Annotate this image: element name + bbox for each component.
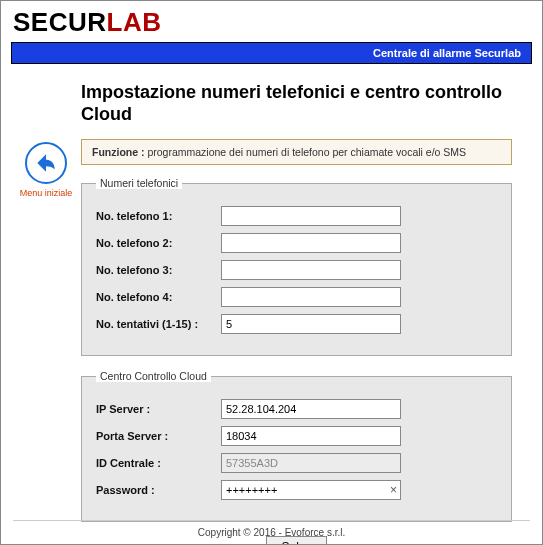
logo-part2: LAB <box>107 7 162 37</box>
back-button[interactable] <box>25 142 67 184</box>
attempts-label: No. tentativi (1-15) : <box>96 318 221 330</box>
tel1-label: No. telefono 1: <box>96 210 221 222</box>
clear-icon[interactable]: × <box>390 482 397 498</box>
cloud-fieldset: Centro Controllo Cloud IP Server : Porta… <box>81 370 512 522</box>
id-label: ID Centrale : <box>96 457 221 469</box>
logo: SECURLAB <box>13 7 530 38</box>
ip-input[interactable] <box>221 399 401 419</box>
password-input[interactable] <box>221 480 401 500</box>
function-text: programmazione dei numeri di telefono pe… <box>145 146 467 158</box>
tel2-label: No. telefono 2: <box>96 237 221 249</box>
phones-legend: Numeri telefonici <box>96 177 182 189</box>
tel4-label: No. telefono 4: <box>96 291 221 303</box>
back-arrow-icon <box>33 150 59 176</box>
back-label: Menu iniziale <box>11 188 81 198</box>
password-label: Password : <box>96 484 221 496</box>
footer-copyright: Copyright © 2016 - Evoforce s.r.l. <box>13 520 530 538</box>
header-subtitle: Centrale di allarme Securlab <box>11 42 532 64</box>
logo-part1: SECUR <box>13 7 107 37</box>
tel3-label: No. telefono 3: <box>96 264 221 276</box>
tel3-input[interactable] <box>221 260 401 280</box>
id-input <box>221 453 401 473</box>
function-label: Funzione : <box>92 146 145 158</box>
cloud-legend: Centro Controllo Cloud <box>96 370 211 382</box>
function-description: Funzione : programmazione dei numeri di … <box>81 139 512 165</box>
page-title: Impostazione numeri telefonici e centro … <box>81 82 512 125</box>
ip-label: IP Server : <box>96 403 221 415</box>
tel2-input[interactable] <box>221 233 401 253</box>
tel4-input[interactable] <box>221 287 401 307</box>
port-input[interactable] <box>221 426 401 446</box>
phones-fieldset: Numeri telefonici No. telefono 1: No. te… <box>81 177 512 356</box>
port-label: Porta Server : <box>96 430 221 442</box>
attempts-input[interactable] <box>221 314 401 334</box>
tel1-input[interactable] <box>221 206 401 226</box>
